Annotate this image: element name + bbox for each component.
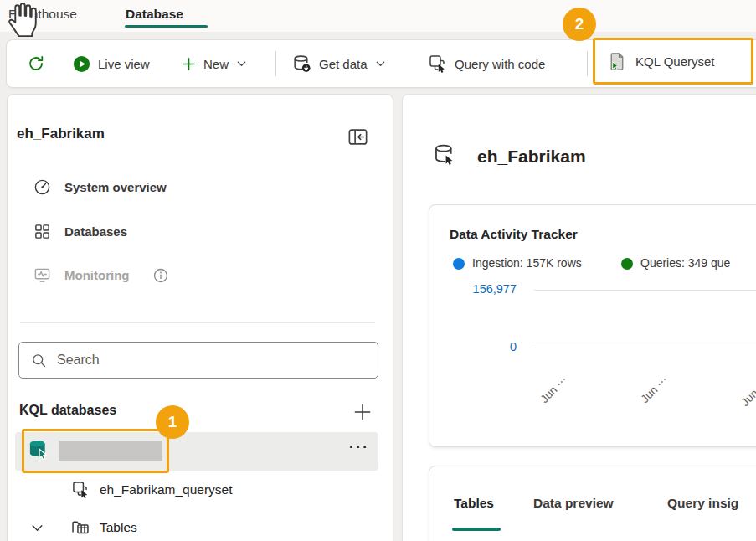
legend-ingestion-dot	[453, 258, 465, 270]
y-axis-tick-max: 156,977	[445, 282, 517, 296]
kql-databases-heading: KQL databases	[19, 403, 116, 418]
tab-tables[interactable]: Tables	[454, 496, 494, 511]
gridline-max	[534, 290, 756, 291]
grid-icon	[33, 223, 51, 240]
kql-queryset-icon	[607, 51, 628, 72]
get-data-label: Get data	[319, 57, 368, 71]
legend-queries-label: Queries: 349 que	[640, 256, 730, 270]
plus-icon	[181, 56, 197, 72]
tables-label: Tables	[100, 520, 137, 535]
sidebar-item-tables[interactable]: Tables	[70, 518, 137, 538]
system-overview-label: System overview	[64, 180, 167, 194]
query-with-code-icon	[428, 54, 448, 74]
tab-data-preview[interactable]: Data preview	[533, 496, 614, 511]
search-input[interactable]	[55, 352, 378, 368]
queryset-label: eh_Fabrikam_queryset	[100, 482, 233, 497]
add-kql-database-button[interactable]	[352, 401, 373, 423]
toolbar-divider	[587, 51, 588, 76]
sidebar-item-databases[interactable]: Databases	[33, 223, 127, 240]
sidebar-divider	[20, 322, 375, 323]
chevron-down-icon	[235, 58, 248, 70]
query-with-code-button[interactable]: Query with code	[428, 48, 545, 80]
page-title: eh_Fabrikam	[477, 147, 586, 167]
gridline-zero	[534, 348, 756, 348]
annotation-step-2-badge: 2	[563, 8, 596, 41]
active-tab-underline	[125, 25, 208, 28]
legend-queries-dot	[621, 258, 633, 270]
app-window: Eventhouse Database Liv	[0, 0, 756, 541]
sidebar-item-queryset[interactable]: eh_Fabrikam_queryset	[71, 480, 233, 499]
info-icon[interactable]	[152, 267, 169, 284]
tab-query-insights[interactable]: Query insig	[667, 496, 738, 511]
get-data-icon	[291, 54, 312, 75]
more-options-button[interactable]: ···	[349, 439, 369, 456]
kql-queryset-button[interactable]: KQL Queryset	[593, 38, 753, 85]
play-icon	[72, 54, 91, 74]
refresh-icon	[26, 54, 46, 74]
tab-eventhouse[interactable]: Eventhouse	[8, 7, 77, 22]
search-icon	[31, 353, 47, 368]
monitoring-label: Monitoring	[64, 268, 129, 282]
y-axis-tick-zero: 0	[445, 340, 517, 353]
kql-queryset-label: KQL Queryset	[635, 54, 714, 69]
annotation-step-1-badge: 1	[156, 405, 189, 439]
queryset-icon	[71, 480, 90, 499]
monitor-icon	[33, 266, 51, 284]
tables-expand-chevron-icon[interactable]	[30, 521, 44, 535]
tab-database[interactable]: Database	[126, 7, 183, 22]
database-explorer-sidebar	[7, 94, 393, 541]
sidebar-title: eh_Fabrikam	[17, 126, 105, 142]
toolbar-divider	[275, 51, 276, 76]
kql-database-icon	[27, 438, 52, 463]
new-label: New	[203, 57, 229, 71]
get-data-button[interactable]: Get data	[291, 48, 387, 80]
refresh-button[interactable]	[26, 48, 46, 80]
redacted-database-name	[59, 441, 162, 461]
databases-label: Databases	[64, 224, 127, 239]
sidebar-item-system-overview[interactable]: System overview	[33, 178, 167, 196]
chevron-down-icon	[374, 58, 387, 70]
activity-card-title: Data Activity Tracker	[450, 227, 578, 242]
view-tabstrip: Eventhouse Database	[0, 0, 756, 32]
gauge-icon	[33, 178, 51, 196]
query-with-code-label: Query with code	[455, 57, 545, 71]
active-main-tab-underline	[452, 528, 501, 531]
collapse-pane-button[interactable]	[347, 126, 369, 148]
table-folder-icon	[70, 518, 90, 538]
new-button[interactable]: New	[181, 48, 248, 80]
live-view-label: Live view	[98, 57, 150, 71]
sidebar-item-monitoring[interactable]: Monitoring	[33, 266, 169, 284]
legend-ingestion-label: Ingestion: 157K rows	[472, 256, 582, 270]
sidebar-search	[18, 342, 378, 379]
database-title-icon	[432, 142, 458, 168]
live-view-button[interactable]: Live view	[72, 48, 150, 80]
